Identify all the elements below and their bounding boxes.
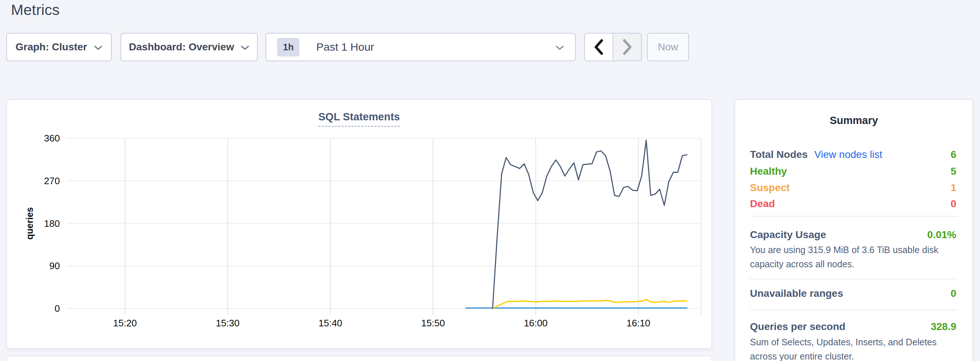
metrics-page: { "page": { "title": "Metrics" }, "contr… — [0, 0, 980, 361]
next-time-window-button[interactable] — [613, 33, 641, 60]
y-tick-label: 270 — [44, 176, 60, 186]
series-yellow — [493, 299, 687, 309]
suspect-nodes-row: Suspect 1 — [750, 180, 956, 196]
total-nodes-value: 6 — [950, 149, 956, 160]
unavailable-ranges-label: Unavailable ranges — [750, 288, 843, 299]
x-tick-label: 16:00 — [524, 318, 548, 329]
healthy-label: Healthy — [750, 166, 787, 177]
queries-per-second-row: Queries per second 328.9 — [750, 319, 956, 335]
queries-per-second-value: 328.9 — [931, 321, 956, 332]
unavailable-ranges-row: Unavailable ranges 0 — [750, 285, 956, 302]
capacity-usage-label: Capacity Usage — [750, 229, 826, 241]
x-tick-label: 15:20 — [113, 318, 137, 329]
sql-statements-chart[interactable]: 09018027036015:2015:3015:4015:5016:0016:… — [7, 100, 711, 348]
y-axis-title: queries — [24, 207, 35, 239]
dashboard-dropdown-label: Dashboard: Overview — [129, 41, 234, 53]
divider — [750, 310, 958, 310]
unavailable-ranges-value: 0 — [950, 288, 956, 299]
y-tick-label: 180 — [44, 218, 60, 229]
x-tick-label: 15:40 — [318, 318, 342, 329]
x-tick-label: 15:30 — [216, 318, 240, 329]
capacity-usage-description: You are using 315.9 MiB of 3.6 TiB usabl… — [750, 243, 958, 271]
previous-time-window-button[interactable] — [585, 33, 613, 60]
time-window-pager — [584, 33, 642, 61]
dashboard-dropdown[interactable]: Dashboard: Overview — [121, 33, 258, 61]
series-dark-navy — [493, 140, 687, 309]
now-button[interactable]: Now — [647, 33, 689, 61]
chevron-down-icon — [555, 45, 564, 50]
divider — [750, 216, 958, 217]
dead-nodes-row: Dead 0 — [750, 196, 956, 212]
total-nodes-label: Total Nodes — [750, 149, 808, 160]
view-nodes-list-link[interactable]: View nodes list — [814, 149, 882, 160]
chevron-down-icon — [240, 45, 250, 50]
time-range-label: Past 1 Hour — [316, 41, 374, 53]
healthy-nodes-row: Healthy 5 — [750, 163, 956, 179]
queries-per-second-label: Queries per second — [750, 321, 845, 332]
dead-label: Dead — [750, 198, 775, 210]
summary-title: Summary — [735, 114, 972, 127]
y-tick-label: 0 — [55, 303, 60, 314]
y-tick-label: 90 — [49, 260, 60, 271]
total-nodes-row: Total Nodes View nodes list 6 — [750, 147, 956, 163]
time-range-selector[interactable]: 1h Past 1 Hour — [266, 33, 576, 61]
graph-dropdown-label: Graph: Cluster — [15, 41, 87, 53]
queries-per-second-description: Sum of Selects, Updates, Inserts, and De… — [750, 335, 958, 361]
x-tick-label: 16:10 — [627, 318, 650, 329]
now-button-label: Now — [658, 41, 678, 53]
healthy-value: 5 — [950, 166, 956, 177]
chevron-left-icon — [594, 39, 604, 55]
chevron-down-icon — [94, 45, 103, 50]
suspect-value: 1 — [950, 182, 956, 194]
dead-value: 0 — [950, 198, 956, 210]
sql-statements-card: SQL Statements 09018027036015:2015:3015:… — [6, 99, 712, 349]
y-tick-label: 360 — [44, 133, 60, 144]
capacity-usage-value: 0.01% — [928, 229, 956, 241]
divider — [750, 279, 958, 279]
x-tick-label: 15:50 — [421, 318, 445, 329]
graph-dropdown[interactable]: Graph: Cluster — [6, 33, 112, 61]
summary-card: Summary Total Nodes View nodes list 6 He… — [735, 99, 973, 361]
page-title: Metrics — [11, 2, 60, 19]
chevron-right-icon — [622, 39, 632, 55]
next-chart-card — [6, 356, 712, 361]
capacity-usage-row: Capacity Usage 0.01% — [750, 227, 956, 243]
time-range-badge: 1h — [277, 38, 299, 57]
suspect-label: Suspect — [750, 182, 790, 194]
